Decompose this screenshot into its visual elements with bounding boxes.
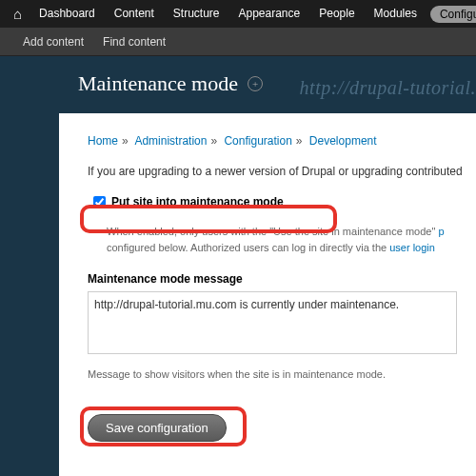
breadcrumb: Home» Administration» Configuration» Dev… [88,134,457,148]
toolbar-structure[interactable]: Structure [164,0,229,28]
page-header-strip: Maintenance mode + http://drupal-tutoria… [0,56,476,113]
toolbar-modules[interactable]: Modules [365,0,426,28]
desc-text-1: When enabled, only users with the "Use t… [107,226,438,237]
breadcrumb-configuration[interactable]: Configuration [224,134,291,148]
page-title-area: Maintenance mode + [78,71,263,96]
message-help: Message to show visitors when the site i… [88,368,457,380]
maintenance-checkbox[interactable] [93,196,106,208]
content-panel: Home» Administration» Configuration» Dev… [59,113,476,476]
toolbar-content[interactable]: Content [105,0,164,28]
desc-link-1[interactable]: p [438,226,444,237]
save-button[interactable]: Save configuration [88,414,227,442]
desc-link-2[interactable]: user login [389,242,435,253]
toolbar-people[interactable]: People [309,0,364,28]
breadcrumb-home[interactable]: Home [88,134,118,148]
breadcrumb-administration[interactable]: Administration [134,134,207,148]
toolbar-dashboard[interactable]: Dashboard [30,0,105,28]
toolbar-configuration[interactable]: Configuration [430,6,476,23]
intro-text: If you are upgrading to a newer version … [88,165,457,178]
admin-toolbar: ⌂ Dashboard Content Structure Appearance… [0,0,476,28]
message-label: Maintenance mode message [88,272,457,286]
page-title: Maintenance mode [78,71,238,96]
breadcrumb-development[interactable]: Development [309,134,377,148]
home-icon[interactable]: ⌂ [6,6,30,22]
shortcut-find-content[interactable]: Find content [93,35,175,49]
maintenance-checkbox-label[interactable]: Put site into maintenance mode [111,195,284,208]
shortcut-add-content[interactable]: Add content [13,35,93,49]
toolbar-appearance[interactable]: Appearance [229,0,310,28]
message-textarea[interactable] [88,291,457,354]
checkbox-description: When enabled, only users with the "Use t… [107,224,457,255]
watermark-text: http://drupal-tutorial. [300,77,476,99]
maintenance-checkbox-row: Put site into maintenance mode [88,191,289,212]
add-shortcut-icon[interactable]: + [248,76,263,91]
desc-text-2: configured below. Authorized users can l… [107,242,389,253]
shortcut-bar: Add content Find content [0,28,476,56]
